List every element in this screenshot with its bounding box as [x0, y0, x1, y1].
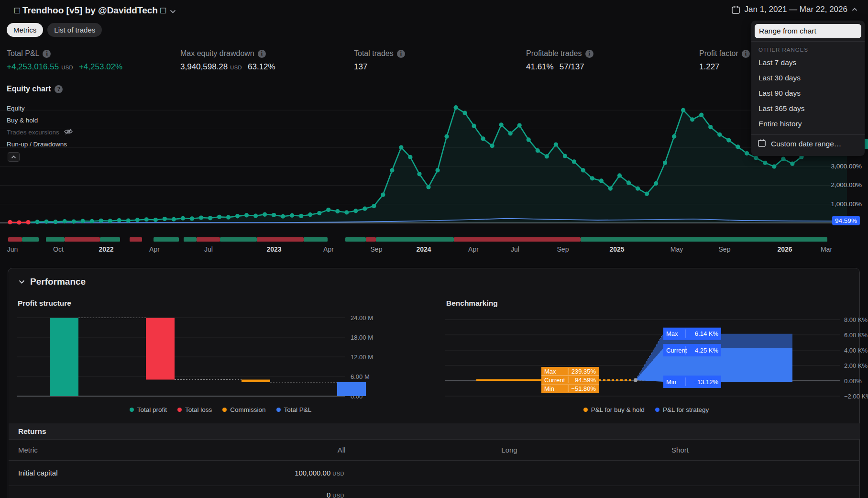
metric-secondary-value: +4,253.02% [79, 62, 122, 72]
menu-item-last-7-days[interactable]: Last 7 days [751, 55, 865, 70]
legend-color-dot [222, 408, 227, 412]
drawdown-strip [65, 237, 100, 242]
strategy-tester-app: { "window": { "title": "□ Trendhoo [v5] … [0, 0, 868, 498]
collapse-legend-button[interactable] [8, 152, 20, 162]
equity-chart[interactable]: JunOct2022AprJul2023AprSep2024AprJulSep2… [0, 91, 868, 258]
menu-item-last-30-days[interactable]: Last 30 days [751, 70, 865, 86]
table-row-open-p-l[interactable]: Open P&L0USD [9, 486, 860, 498]
benchmarking-legend: P&L for buy & holdP&L for strategy [440, 405, 852, 414]
legend-color-dot [583, 408, 588, 412]
menu-item-last-365-days[interactable]: Last 365 days [751, 101, 865, 116]
legend-item-label: Equity [7, 105, 25, 112]
legend-item-total-loss[interactable]: Total loss [177, 406, 212, 413]
legend-item-p-l-for-strategy[interactable]: P&L for strategy [655, 406, 709, 413]
legend-item-equity[interactable]: Equity [7, 102, 73, 114]
calendar-icon [758, 139, 766, 149]
legend-item-trades-excursions[interactable]: Trades excursions [7, 126, 73, 138]
drawdown-strip [366, 237, 376, 242]
view-tabs: MetricsList of trades [7, 23, 102, 37]
x-axis-label: 2022 [99, 245, 113, 253]
column-header-metric: Metric [18, 446, 38, 454]
metric-secondary-value: 57/137 [560, 62, 584, 72]
metric-label-text: Profit factor [699, 49, 738, 58]
metric-max-equity-drawdown: Max equity drawdowni3,940,598.28USD63.12… [180, 49, 348, 72]
calendar-icon [731, 5, 740, 14]
strategy-title[interactable]: □ Trendhoo [v5] by @DaviddTech □ [14, 5, 176, 16]
runup-strip [376, 237, 454, 242]
legend-item-buy-hold[interactable]: Buy & hold [7, 114, 73, 126]
metric-primary-value: +4,253,016.55 [7, 62, 59, 72]
x-axis-label: Apr [323, 245, 334, 253]
drawdown-strip [454, 237, 581, 242]
equity-chart-legend: EquityBuy & holdTrades excursionsRun-up … [7, 102, 73, 150]
y-axis-label: 24.00 M [351, 314, 373, 321]
performance-panel: Performance Profit structure Benchmarkin… [8, 268, 860, 498]
metric-label-text: Total trades [354, 49, 394, 58]
legend-item-run-up-drawdowns[interactable]: Run-up / Drawdowns [7, 138, 73, 150]
row-value-unit: USD [332, 471, 344, 476]
transition-point [634, 378, 637, 382]
date-range-control[interactable]: Jan 1, 2021 — Mar 22, 2026 [731, 5, 857, 14]
drawdown-strip [197, 237, 220, 242]
row-value-number: 0 [327, 491, 330, 498]
row-value-all: 0USD [9, 491, 344, 498]
row-value-all: 100,000.00USD [9, 469, 344, 477]
metric-label: Total tradesi [354, 49, 521, 58]
y-axis-label: 4.00 K% [844, 347, 868, 354]
info-icon[interactable]: i [258, 50, 266, 58]
legend-item-label: Total loss [185, 406, 212, 413]
x-axis-label: Sep [557, 245, 569, 253]
y-axis-label: 6.00 K% [844, 332, 868, 339]
menu-item-range-from-chart[interactable]: Range from chart [755, 24, 861, 38]
tab-metrics[interactable]: Metrics [7, 23, 43, 37]
chevron-down-icon [170, 5, 176, 16]
eye-off-icon[interactable] [64, 128, 73, 136]
runup-strip [154, 237, 179, 242]
x-axis-label: Sep [371, 245, 383, 253]
bar-total-loss [146, 318, 175, 379]
metric-secondary-value: 63.12% [248, 62, 275, 72]
menu-item-last-90-days[interactable]: Last 90 days [751, 86, 865, 101]
metric-label-text: Total P&L [7, 49, 39, 58]
bar-total-profit [50, 318, 78, 396]
metric-primary-value: 41.61% [526, 62, 554, 72]
info-icon[interactable]: i [585, 50, 593, 58]
column-header-all: All [338, 446, 346, 454]
y-axis-label: −2.00 K% [844, 393, 868, 400]
profit-structure-chart[interactable]: 24.00 M18.00 M12.00 M6.00 M0.00 [10, 307, 440, 417]
menu-item-custom-date-range[interactable]: Custom date range… [751, 135, 865, 153]
performance-heading: Performance [30, 277, 86, 287]
y-axis-label: 18.00 M [351, 334, 373, 341]
metric-values: 41.61%57/137 [526, 62, 693, 72]
info-icon[interactable]: i [43, 50, 51, 58]
legend-item-total-p-l[interactable]: Total P&L [276, 406, 312, 413]
menu-item-entire-history[interactable]: Entire history [751, 116, 865, 132]
tab-list-of-trades[interactable]: List of trades [47, 23, 102, 37]
info-icon[interactable]: i [742, 50, 750, 58]
x-axis-label: 2025 [609, 245, 624, 253]
legend-item-label: Total profit [137, 406, 167, 413]
x-axis-label: 2023 [266, 245, 281, 253]
metric-values: +4,253,016.55USD+4,253.02% [7, 62, 174, 72]
chevron-down-icon [19, 280, 25, 284]
returns-section-header[interactable]: Returns [9, 423, 860, 440]
metric-primary-value: 1.227 [699, 62, 720, 72]
table-row-initial-capital[interactable]: Initial capital100,000.00USD [9, 461, 860, 486]
drawdown-strip [130, 237, 142, 242]
strategy-title-text: □ Trendhoo [v5] by @DaviddTech □ [14, 5, 166, 16]
runup-strip [22, 237, 39, 242]
custom-date-range-label: Custom date range… [771, 140, 841, 148]
legend-item-total-profit[interactable]: Total profit [130, 406, 167, 413]
buy-hold-stat-value: 94.59% [575, 376, 596, 384]
topbar: □ Trendhoo [v5] by @DaviddTech □ Jan 1, … [0, 0, 868, 21]
buy-hold-stat-value: 239.35% [571, 368, 596, 375]
legend-item-p-l-for-buy-hold[interactable]: P&L for buy & hold [583, 406, 645, 413]
benchmarking-chart[interactable]: 8.00 K%6.00 K%4.00 K%2.00 K%0.00%−2.00 K… [440, 307, 868, 417]
strategy-stat-label: Min [666, 378, 676, 386]
info-icon[interactable]: i [397, 50, 405, 58]
legend-item-commission[interactable]: Commission [222, 406, 265, 413]
x-axis-label: Oct [53, 245, 64, 253]
performance-section-toggle[interactable]: Performance [19, 277, 86, 287]
y-axis-label: 12.00 M [351, 354, 373, 361]
y-axis-label: 8.00 K% [844, 316, 868, 323]
